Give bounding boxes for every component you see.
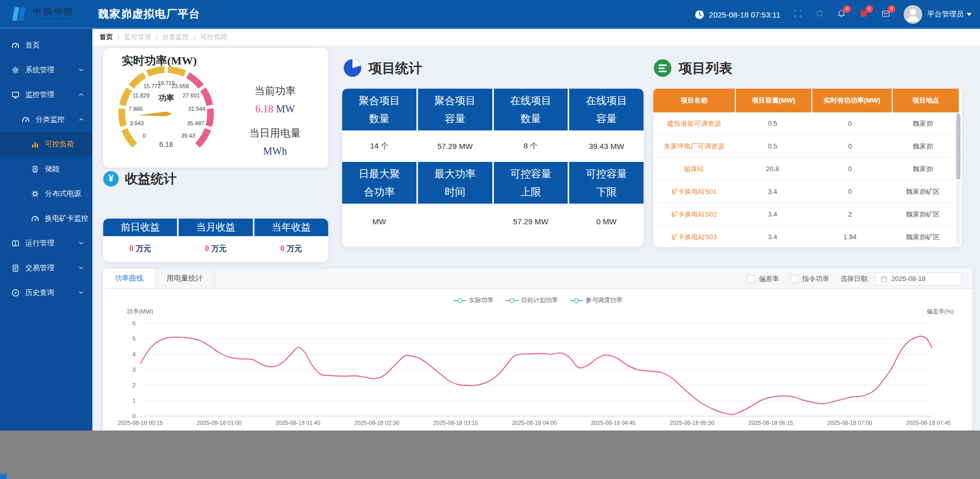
date-picker-label: 选择日期: (840, 274, 869, 284)
chevron-down-icon (78, 265, 85, 272)
table-cell: 3.4 (735, 180, 810, 203)
fullscreen-icon[interactable] (794, 9, 802, 20)
checkbox-label-指令功率[interactable]: 指令功率 (802, 274, 829, 284)
svg-text:35.487: 35.487 (187, 120, 204, 126)
project-name-link[interactable]: 矿卡换电站S02 (653, 203, 735, 225)
svg-text:4: 4 (133, 351, 136, 357)
sidebar-item-label: 可控负荷 (45, 140, 74, 149)
project-name-link[interactable]: 矿卡换电站S01 (653, 180, 735, 203)
floating-widget[interactable] (0, 474, 7, 479)
stat-value: 8 个 (494, 130, 568, 162)
sidebar-item-历史查询[interactable]: 历史查询 (0, 280, 92, 305)
sidebar-item-换电矿卡监控[interactable]: 换电矿卡监控 (0, 206, 92, 231)
table-cell: 魏家峁 (890, 158, 956, 180)
svg-text:2025-08-18 00:15: 2025-08-18 00:15 (118, 420, 163, 426)
svg-text:2025-08-18 01:45: 2025-08-18 01:45 (276, 420, 320, 426)
svg-text:23.658: 23.658 (171, 83, 189, 89)
checkbox-指令功率[interactable] (790, 275, 798, 283)
chevron-down-icon (78, 240, 85, 247)
project-list-table: 项目名称项目容量(MW)实时有功功率(MW)项目地点 建投准能可调资源0.50魏… (653, 89, 962, 247)
page-title: 魏家峁虚拟电厂平台 (98, 0, 200, 29)
mail-icon[interactable]: 0 (881, 9, 890, 20)
svg-text:6: 6 (133, 320, 136, 326)
chevron-up-icon (78, 116, 85, 123)
table-cell: 魏家峁矿区 (890, 180, 956, 203)
main-content: 实时功率(MW) 03.9437.88611.82915.77219.71523… (92, 45, 980, 431)
breadcrumb-item-分类监控: 分类监控 (162, 32, 189, 42)
current-power-label: 当前功率 (222, 84, 328, 98)
user-avatar[interactable] (904, 5, 922, 24)
legend-item-实际功率[interactable]: 实际功率 (453, 296, 494, 305)
table-cell: 3.4 (735, 203, 810, 225)
username-label[interactable]: 平台管理员 (927, 10, 963, 19)
project-name-link[interactable]: 输煤站 (653, 158, 735, 180)
calendar-icon (880, 275, 888, 283)
sidebar-item-分布式电源[interactable]: 分布式电源 (0, 181, 92, 206)
bar-chart-icon (31, 140, 40, 149)
stat-value: MW (342, 204, 416, 239)
user-menu-caret-icon[interactable] (967, 13, 972, 16)
sidebar-item-运行管理[interactable]: 运行管理 (0, 231, 92, 256)
sidebar-item-可控负荷[interactable]: 可控负荷 (0, 132, 92, 157)
doc-icon (11, 264, 20, 273)
table-row: 建投准能可调资源0.50魏家峁 (653, 112, 962, 135)
svg-text:1: 1 (133, 398, 136, 404)
dashboard-icon (11, 41, 20, 50)
sidebar-item-储能[interactable]: 储能 (0, 157, 92, 181)
stat-header: 聚合项目 容量 (418, 89, 492, 130)
column-header-项目名称: 项目名称 (653, 89, 735, 112)
project-name-link[interactable]: 矿卡换电站S03 (653, 226, 735, 247)
legend-item-日前计划功率[interactable]: 日前计划功率 (505, 296, 558, 305)
table-cell: 魏家峁 (890, 112, 956, 135)
table-scrollbar[interactable] (956, 113, 961, 245)
tab-用电量统计[interactable]: 用电量统计 (155, 269, 215, 288)
sidebar-item-label: 分类监控 (36, 115, 65, 124)
date-picker-input[interactable]: 2025-08-18 (875, 272, 962, 286)
sidebar-item-label: 交易管理 (25, 263, 54, 273)
header-datetime: 2025-08-18 07:53:11 (709, 10, 780, 19)
sidebar-nav: 首页系统管理监控管理分类监控可控负荷储能分布式电源换电矿卡监控运行管理交易管理历… (0, 29, 92, 431)
alarm-badge-count: 0 (865, 5, 873, 13)
tab-功率曲线[interactable]: 功率曲线 (103, 269, 155, 288)
refresh-icon[interactable] (815, 9, 824, 20)
revenue-header-当月收益: 当月收益 (179, 219, 252, 236)
revenue-header-当年收益: 当年收益 (254, 219, 328, 236)
realtime-power-card: 实时功率(MW) 03.9437.88611.82915.77219.71523… (103, 48, 328, 168)
legend-item-参与调度功率[interactable]: 参与调度功率 (570, 296, 623, 305)
checkbox-label-偏差率[interactable]: 偏差率 (759, 274, 779, 284)
battery-icon (31, 165, 40, 174)
checkbox-偏差率[interactable] (747, 275, 755, 283)
sidebar-item-label: 监控管理 (25, 90, 54, 100)
table-scrollbar-thumb[interactable] (956, 113, 960, 179)
sidebar-item-系统管理[interactable]: 系统管理 (0, 58, 92, 82)
svg-text:2: 2 (133, 382, 136, 388)
sidebar-item-label: 系统管理 (25, 65, 54, 75)
svg-text:11.829: 11.829 (133, 92, 150, 98)
project-name-link[interactable]: 建投准能可调资源 (653, 112, 735, 135)
alarm-icon[interactable]: 0 (859, 9, 868, 20)
bell-icon[interactable]: 0 (837, 9, 846, 20)
stat-value: 14 个 (342, 130, 416, 162)
stat-value: 0 MW (569, 204, 644, 239)
huaneng-logo-icon (12, 6, 28, 22)
breadcrumb-item-首页[interactable]: 首页 (100, 32, 113, 42)
stat-header: 在线项目 数量 (494, 89, 568, 130)
revenue-value-当月收益: 0 万元 (179, 236, 252, 260)
sidebar-item-label: 运行管理 (25, 239, 54, 248)
date-value: 2025-08-18 (891, 275, 926, 283)
list-icon (653, 59, 672, 77)
svg-text:2025-08-18 02:30: 2025-08-18 02:30 (355, 420, 399, 426)
sidebar-item-分类监控[interactable]: 分类监控 (0, 107, 92, 132)
project-name-link[interactable]: 朱家坪电厂可调资源 (653, 135, 735, 157)
power-icon (31, 190, 40, 199)
bell-badge-count: 0 (843, 5, 851, 13)
gauge-icon (22, 115, 30, 124)
gear-icon (11, 66, 20, 75)
sidebar-item-监控管理[interactable]: 监控管理 (0, 82, 92, 107)
yen-icon: ¥ (103, 171, 119, 187)
sidebar-item-交易管理[interactable]: 交易管理 (0, 256, 92, 280)
table-cell: 魏家峁 (890, 135, 956, 157)
sidebar-item-首页[interactable]: 首页 (0, 33, 92, 58)
column-header-实时有功功率(MW): 实时有功功率(MW) (812, 89, 892, 112)
stat-value (418, 204, 492, 239)
